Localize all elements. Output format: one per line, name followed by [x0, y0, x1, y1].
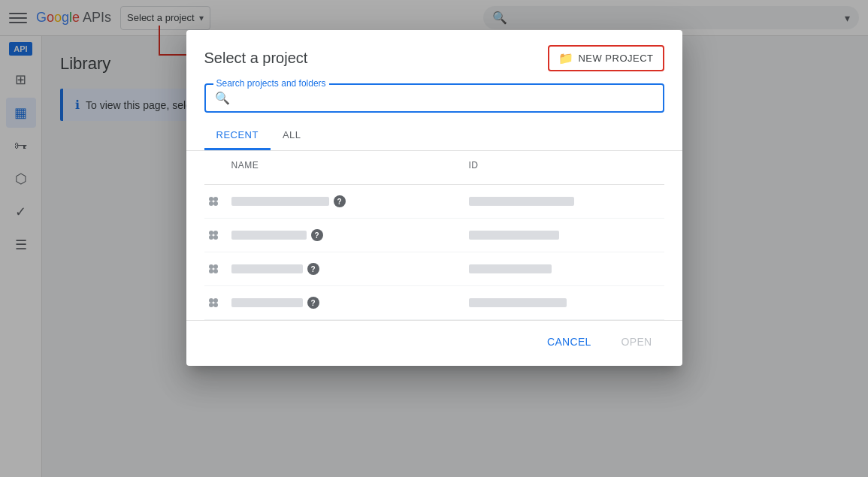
row-name-cell: ? [231, 297, 469, 309]
svg-point-9 [213, 264, 218, 269]
dialog-footer: CANCEL OPEN [186, 320, 682, 366]
svg-point-8 [209, 264, 213, 269]
row-name-placeholder [231, 298, 303, 307]
svg-point-13 [213, 298, 218, 303]
svg-point-11 [213, 269, 218, 273]
dialog-title: Select a project [204, 50, 308, 67]
row-name-cell: ? [231, 195, 469, 207]
row-id-cell [469, 264, 664, 273]
row-name-cell: ? [231, 229, 469, 241]
project-icon [204, 192, 222, 210]
tab-bar: RECENT ALL [186, 122, 682, 151]
svg-point-3 [213, 201, 218, 206]
tab-recent[interactable]: RECENT [204, 122, 271, 150]
svg-point-5 [213, 231, 218, 235]
search-field-label: Search projects and folders [213, 78, 329, 89]
new-project-button[interactable]: 📁 NEW PROJECT [548, 45, 664, 71]
row-name-placeholder [231, 231, 307, 240]
search-input[interactable] [236, 92, 654, 104]
row-name-placeholder [231, 264, 303, 273]
cancel-button[interactable]: CANCEL [535, 330, 603, 354]
col-header-name: Name [231, 160, 469, 178]
row-name-placeholder [231, 197, 329, 206]
row-name-cell: ? [231, 263, 469, 275]
col-header-id: ID [469, 160, 664, 178]
project-icon [204, 226, 222, 244]
search-field-wrapper: Search projects and folders 🔍 [204, 83, 664, 113]
svg-point-6 [209, 235, 213, 240]
table-row[interactable]: ? [204, 185, 664, 219]
table-row[interactable]: ? [204, 219, 664, 252]
project-icon [204, 260, 222, 278]
svg-point-1 [213, 197, 218, 201]
svg-point-2 [209, 201, 213, 206]
row-id-placeholder [469, 298, 567, 307]
help-icon[interactable]: ? [307, 263, 319, 275]
row-id-placeholder [469, 231, 559, 240]
table-header: Name ID [204, 151, 664, 185]
modal-overlay: Select a project 📁 NEW PROJECT Search pr… [0, 0, 868, 477]
svg-point-15 [213, 303, 218, 307]
svg-point-14 [209, 303, 213, 307]
svg-point-12 [209, 298, 213, 303]
row-id-placeholder [469, 264, 552, 273]
help-icon[interactable]: ? [334, 195, 346, 207]
open-button[interactable]: OPEN [609, 330, 664, 354]
help-icon[interactable]: ? [311, 229, 323, 241]
svg-point-7 [213, 235, 218, 240]
help-icon[interactable]: ? [307, 297, 319, 309]
project-icon [204, 294, 222, 312]
svg-point-0 [209, 197, 213, 201]
project-table: Name ID ? [186, 151, 682, 320]
row-id-cell [469, 298, 664, 307]
search-icon: 🔍 [215, 91, 230, 105]
tab-all[interactable]: ALL [271, 122, 313, 150]
dialog-header: Select a project 📁 NEW PROJECT [186, 30, 682, 83]
svg-point-10 [209, 269, 213, 273]
new-project-icon: 📁 [558, 51, 574, 65]
row-id-cell [469, 197, 664, 206]
table-row[interactable]: ? [204, 252, 664, 286]
row-id-placeholder [469, 197, 574, 206]
row-id-cell [469, 231, 664, 240]
new-project-label: NEW PROJECT [578, 53, 653, 64]
table-row[interactable]: ? [204, 286, 664, 320]
select-project-dialog: Select a project 📁 NEW PROJECT Search pr… [186, 30, 682, 366]
svg-point-4 [209, 231, 213, 235]
search-container: Search projects and folders 🔍 [186, 83, 682, 113]
